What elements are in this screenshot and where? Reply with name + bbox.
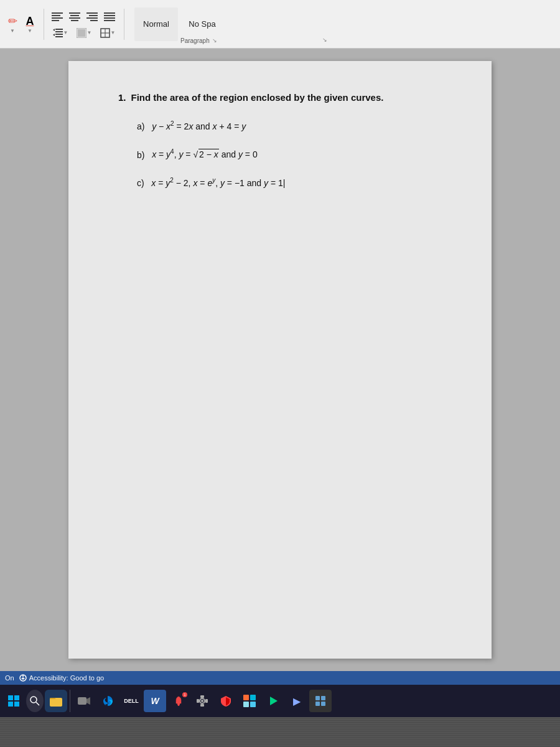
part-a-equation[interactable]: y − x2 = 2x and x + 4 = y — [152, 121, 246, 131]
sub-problem-b: b) x = y4, y = √2 − x and y = 0 — [118, 149, 454, 160]
borders-btn[interactable]: ▼ — [96, 26, 119, 40]
taskbar-photos[interactable] — [238, 690, 261, 712]
problem-title[interactable]: Find the area of the region enclosed by … — [131, 92, 384, 103]
svg-rect-48 — [243, 695, 249, 700]
svg-rect-56 — [321, 702, 325, 706]
svg-rect-19 — [55, 36, 63, 37]
svg-rect-34 — [14, 702, 19, 707]
style-nospacing-label: No Spa — [189, 19, 215, 29]
svg-rect-7 — [71, 20, 78, 21]
svg-rect-15 — [104, 20, 115, 21]
taskbar-antivirus[interactable] — [215, 690, 237, 712]
justify-btn[interactable] — [101, 9, 118, 25]
svg-rect-2 — [52, 17, 63, 19]
svg-rect-50 — [243, 702, 249, 707]
svg-point-41 — [178, 704, 180, 706]
svg-point-47 — [201, 700, 203, 702]
svg-rect-11 — [90, 20, 98, 21]
svg-rect-17 — [55, 31, 63, 32]
divider-1 — [44, 9, 44, 40]
svg-rect-33 — [8, 702, 13, 707]
svg-rect-53 — [315, 696, 320, 700]
paragraph-expand-icon-2[interactable]: ↘ — [322, 33, 327, 44]
extra-icon — [315, 695, 326, 707]
pen-tool[interactable]: ✏ ▼ — [5, 12, 20, 37]
svg-rect-10 — [86, 17, 98, 19]
svg-rect-49 — [250, 695, 256, 700]
taskbar: DELL W 1 — [0, 685, 560, 717]
svg-point-28 — [22, 675, 23, 677]
align-center-btn[interactable] — [67, 9, 83, 25]
align-left-btn[interactable] — [49, 9, 65, 25]
taskbar-edge[interactable] — [96, 690, 119, 712]
accessibility-label: Accessibility: Good to go — [29, 674, 104, 682]
taskbar-notifications[interactable]: 1 — [167, 690, 190, 712]
part-b-equation[interactable]: x = y4, y = √2 − x and y = 0 — [152, 149, 258, 159]
svg-line-36 — [36, 702, 39, 705]
part-c-equation[interactable]: x = y2 − 2, x = ey, y = −1 and y = 1| — [151, 178, 285, 188]
accessibility-icon — [19, 674, 27, 682]
edge-icon — [101, 695, 114, 707]
part-b-label: b) x = y4, y = √2 − x and y = 0 — [137, 149, 454, 160]
taskbar-file-explorer[interactable] — [45, 690, 67, 712]
document-page: 1. Find the area of the region enclosed … — [68, 61, 492, 659]
problem-1: 1. Find the area of the region enclosed … — [118, 92, 454, 103]
taskbar-divider — [70, 690, 70, 712]
svg-rect-14 — [104, 17, 115, 19]
alignment-group: ▼ ▼ ▼ — [49, 7, 119, 41]
svg-rect-37 — [50, 698, 62, 707]
font-group: ✏ ▼ A ▼ — [5, 12, 39, 37]
taskbar-dell[interactable]: DELL — [120, 690, 142, 712]
align-right-btn[interactable] — [84, 9, 100, 25]
svg-rect-32 — [14, 695, 19, 700]
taskbar-camera[interactable] — [73, 690, 95, 712]
svg-rect-9 — [89, 15, 98, 16]
page-status: On — [5, 674, 14, 682]
svg-rect-51 — [250, 702, 256, 707]
taskbar-extra[interactable] — [309, 690, 332, 712]
svg-marker-20 — [53, 29, 55, 31]
taskbar-settings[interactable] — [191, 690, 213, 712]
taskbar-search[interactable] — [26, 690, 44, 712]
svg-marker-39 — [86, 697, 90, 705]
windows-icon — [7, 695, 20, 707]
settings-icon — [197, 695, 208, 707]
svg-rect-8 — [86, 12, 98, 14]
problem-number: 1. — [118, 92, 126, 103]
taskbar-word[interactable]: W — [144, 690, 166, 712]
style-normal-label: Normal — [143, 19, 169, 29]
taskbar-play[interactable] — [262, 690, 284, 712]
svg-rect-43 — [200, 704, 204, 707]
taskbar-arrow[interactable]: ▶ — [286, 690, 308, 712]
svg-rect-45 — [205, 699, 208, 703]
font-color-tool[interactable]: A ▼ — [21, 12, 39, 37]
play-icon — [268, 695, 279, 707]
svg-rect-13 — [104, 15, 115, 16]
paragraph-section-label: Paragraph ↘ — [180, 36, 217, 44]
svg-rect-5 — [70, 15, 79, 16]
part-a-label: a) y − x2 = 2x and x + 4 = y — [137, 120, 454, 131]
notification-badge: 1 — [182, 692, 187, 697]
start-button[interactable] — [2, 690, 25, 712]
screen-bottom — [0, 717, 560, 747]
paragraph-expand-icon[interactable]: ↘ — [212, 37, 217, 44]
svg-rect-44 — [197, 699, 199, 703]
paragraph-label: Paragraph — [180, 37, 210, 44]
part-b-letter: b) — [137, 149, 144, 159]
bell-icon — [173, 695, 184, 707]
line-spacing-btn[interactable]: ▼ — [49, 26, 72, 40]
svg-rect-38 — [78, 697, 86, 705]
part-a-letter: a) — [137, 121, 144, 131]
ribbon-bar: ✏ ▼ A ▼ — [0, 0, 560, 49]
svg-rect-42 — [200, 695, 204, 698]
style-normal[interactable]: Normal — [134, 7, 178, 41]
svg-marker-21 — [53, 34, 55, 36]
status-bar: On Accessibility: Good to go — [0, 671, 560, 685]
sub-problem-a: a) y − x2 = 2x and x + 4 = y — [118, 120, 454, 131]
divider-2 — [124, 9, 124, 40]
svg-rect-23 — [78, 29, 85, 37]
search-icon — [30, 696, 40, 706]
shading-btn[interactable]: ▼ — [73, 26, 95, 40]
svg-rect-0 — [52, 12, 63, 14]
svg-point-35 — [30, 697, 37, 703]
